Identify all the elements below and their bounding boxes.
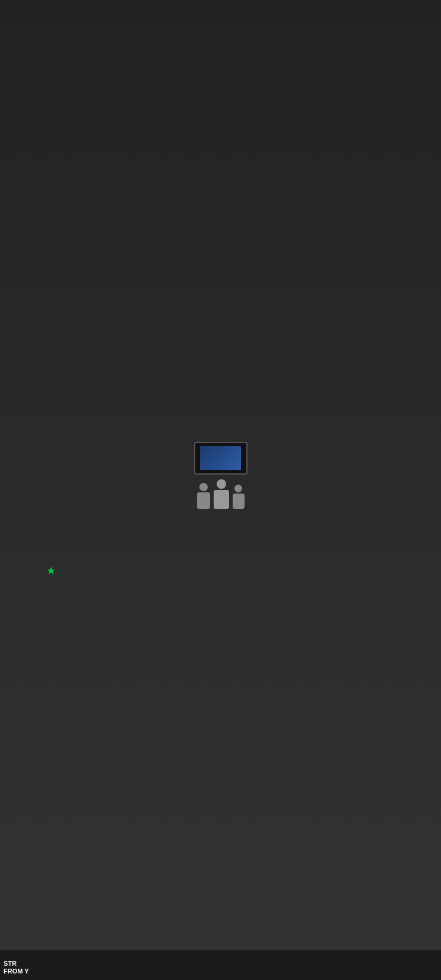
screenshots-row: STREAM TO ROKU Video & TV Cast 📱 ▶ Web B… xyxy=(0,226,441,381)
screenshot-3: STRFROM Y xyxy=(335,226,406,381)
screenshots-section: STREAM TO ROKU Video & TV Cast 📱 ▶ Web B… xyxy=(0,226,441,393)
screenshot-3-top xyxy=(335,226,406,381)
star-4-icon: ★ xyxy=(46,564,56,577)
